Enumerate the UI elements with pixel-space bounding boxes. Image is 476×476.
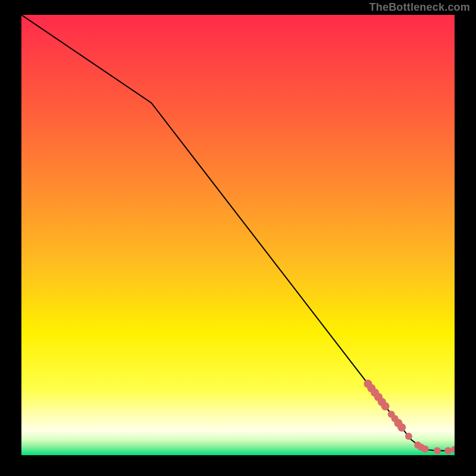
plot-area (21, 15, 455, 455)
chart-svg (21, 15, 455, 455)
data-marker (434, 447, 441, 455)
data-marker (405, 433, 412, 440)
data-marker (422, 446, 429, 453)
data-marker (397, 423, 406, 431)
gradient-background (21, 15, 455, 455)
data-marker (444, 447, 452, 455)
chart-frame: TheBottleneck.com (0, 0, 476, 476)
watermark-label: TheBottleneck.com (369, 1, 470, 14)
data-marker (381, 402, 390, 411)
